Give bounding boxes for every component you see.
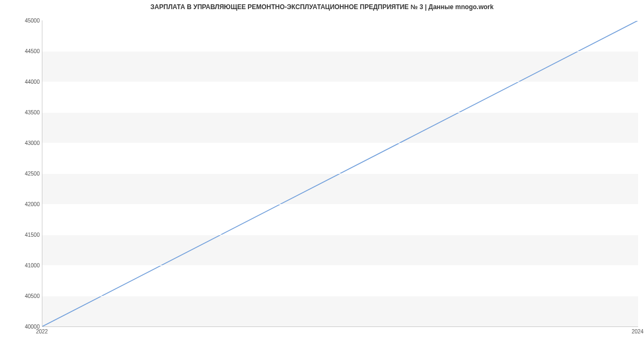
gridline [42, 112, 638, 113]
y-tick-label: 40500 [18, 293, 40, 299]
chart-title: ЗАРПЛАТА В УПРАВЛЯЮЩЕЕ РЕМОНТНО-ЭКСПЛУАТ… [0, 3, 644, 11]
x-tick-label: 2022 [36, 329, 48, 335]
gridline [42, 51, 638, 52]
x-tick-label: 2024 [632, 329, 643, 335]
gridline [42, 265, 638, 266]
plot-area [42, 20, 638, 327]
y-tick-label: 44500 [18, 48, 40, 54]
y-tick-label: 42000 [18, 201, 40, 207]
gridline [42, 235, 638, 235]
gridline [42, 82, 638, 82]
y-tick-label: 43500 [18, 110, 40, 115]
y-tick-label: 45000 [18, 18, 40, 24]
gridline [42, 204, 638, 205]
y-tick-label: 44000 [18, 79, 40, 85]
line-chart: ЗАРПЛАТА В УПРАВЛЯЮЩЕЕ РЕМОНТНО-ЭКСПЛУАТ… [0, 0, 644, 349]
y-tick-label: 43000 [18, 140, 40, 146]
gridline [42, 143, 638, 143]
y-tick-label: 42500 [18, 171, 40, 177]
gridline [42, 20, 638, 21]
y-tick-label: 41000 [18, 263, 40, 268]
gridline [42, 326, 638, 327]
gridline [42, 173, 638, 174]
gridline [42, 296, 638, 296]
y-tick-label: 41500 [18, 232, 40, 238]
